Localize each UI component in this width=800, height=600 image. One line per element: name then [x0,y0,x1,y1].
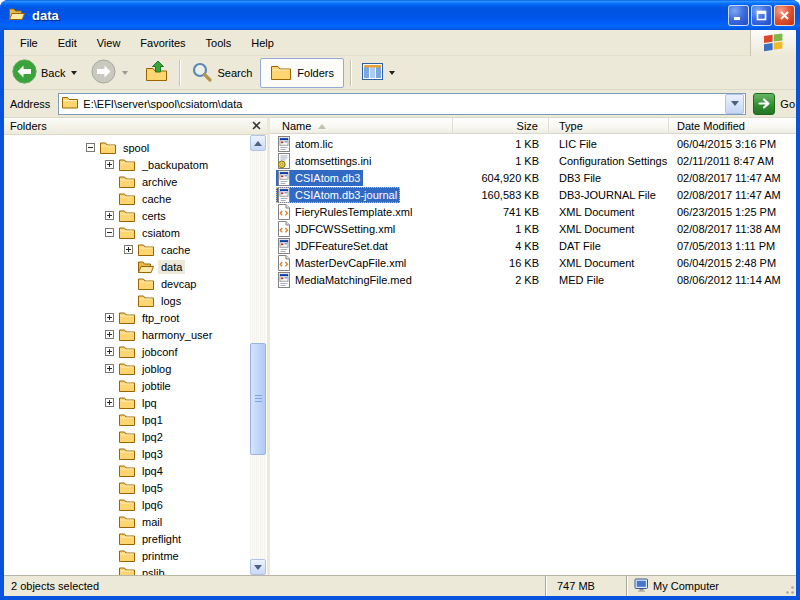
file-ini-icon [276,153,292,169]
tree-item-pslib[interactable]: pslib [4,564,250,575]
tree-item-printme[interactable]: printme [4,547,250,564]
up-button[interactable] [140,57,173,88]
expand-icon[interactable] [105,211,114,220]
tree-item-label: archive [139,175,180,189]
collapse-icon[interactable] [86,143,95,152]
forward-dropdown-icon[interactable] [122,71,128,75]
folders-pane-header: Folders [4,118,267,135]
menu-help[interactable]: Help [241,34,284,52]
tree-item-joblog[interactable]: joblog [4,360,250,377]
expand-icon[interactable] [105,313,114,322]
tree-item-label: lpq4 [139,464,166,478]
address-dropdown-button[interactable] [725,94,744,114]
file-row-MediaMatchingFile.med[interactable]: MediaMatchingFile.med2 KBMED File08/06/2… [270,271,796,288]
expand-icon[interactable] [124,245,133,254]
file-date-modified: 06/23/2015 1:25 PM [669,206,796,218]
tree-item-ftp_root[interactable]: ftp_root [4,309,250,326]
tree-item-lpq2[interactable]: lpq2 [4,428,250,445]
menu-tools[interactable]: Tools [196,34,242,52]
file-row-atomsettings.ini[interactable]: atomsettings.ini1 KBConfiguration Settin… [270,152,796,169]
tree-item-_backupatom[interactable]: _backupatom [4,156,250,173]
expand-icon[interactable] [105,347,114,356]
tree-item-jobtile[interactable]: jobtile [4,377,250,394]
menu-view[interactable]: View [87,34,131,52]
close-folders-icon[interactable] [252,120,261,132]
tree-scrollbar[interactable] [250,135,266,575]
tree-item-spool[interactable]: spool [4,139,250,156]
tree-item-data[interactable]: data [4,258,250,275]
column-header-name[interactable]: Name [270,118,453,134]
tree-item-certs[interactable]: certs [4,207,250,224]
tree-item-lpq4[interactable]: lpq4 [4,462,250,479]
tree-item-harmony_user[interactable]: harmony_user [4,326,250,343]
expand-icon[interactable] [105,330,114,339]
maximize-button[interactable] [751,5,772,26]
scrollbar-thumb[interactable] [250,343,266,455]
back-button[interactable]: Back [8,57,81,88]
file-row-FieryRulesTemplate.xml[interactable]: FieryRulesTemplate.xml741 KBXML Document… [270,203,796,220]
chevron-up-icon [254,141,262,146]
file-row-CSIAtom.db3[interactable]: CSIAtom.db3604,920 KBDB3 File02/08/2017 … [270,169,796,186]
go-label[interactable]: Go [780,98,795,110]
expander-spacer [105,483,114,492]
file-row-atom.lic[interactable]: atom.lic1 KBLIC File06/04/2015 3:16 PM [270,135,796,152]
file-row-CSIAtom.db3-journal[interactable]: CSIAtom.db3-journal160,583 KBDB3-JOURNAL… [270,186,796,203]
expand-icon[interactable] [105,160,114,169]
go-button[interactable] [753,93,775,115]
close-button[interactable] [774,5,795,26]
name-cell: JDFFeatureSet.dat [270,238,453,254]
column-header-type[interactable]: Type [549,118,669,134]
file-xml-icon [276,204,292,220]
forward-button[interactable] [87,57,132,88]
tree-item-mail[interactable]: mail [4,513,250,530]
name-cell: CSIAtom.db3-journal [270,187,453,203]
folder-open-icon [138,260,154,274]
views-dropdown-icon[interactable] [389,71,395,75]
size-status: 747 MB [545,576,626,596]
tree-item-label: jobtile [139,379,174,393]
tree-item-lpq[interactable]: lpq [4,394,250,411]
tree-item-lpq6[interactable]: lpq6 [4,496,250,513]
tree-item-preflight[interactable]: preflight [4,530,250,547]
scroll-up-button[interactable] [250,135,266,151]
up-folder-icon [144,59,169,86]
column-header-date-modified[interactable]: Date Modified [669,118,796,134]
search-button[interactable]: Search [187,59,256,87]
menu-file[interactable]: File [10,34,48,52]
back-dropdown-icon[interactable] [71,71,77,75]
menu-edit[interactable]: Edit [48,34,87,52]
minimize-button[interactable] [728,5,749,26]
file-type: DAT File [549,240,669,252]
expand-icon[interactable] [105,364,114,373]
tree-item-lpq1[interactable]: lpq1 [4,411,250,428]
resize-grip[interactable] [782,582,795,595]
folder-icon [138,294,154,308]
chevron-down-icon [731,101,739,106]
tree-item-logs[interactable]: logs [4,292,250,309]
tree-item-cache[interactable]: cache [4,190,250,207]
tree-item-devcap[interactable]: devcap [4,275,250,292]
tree-item-label: lpq2 [139,430,166,444]
collapse-icon[interactable] [105,228,114,237]
folders-toggle-button[interactable]: Folders [260,58,344,88]
file-row-JDFFeatureSet.dat[interactable]: JDFFeatureSet.dat4 KBDAT File07/05/2013 … [270,237,796,254]
tree-item-cache[interactable]: cache [4,241,250,258]
menu-favorites[interactable]: Favorites [130,34,195,52]
tree-item-archive[interactable]: archive [4,173,250,190]
file-date-modified: 02/08/2017 11:47 AM [669,189,796,201]
file-row-MasterDevCapFile.xml[interactable]: MasterDevCapFile.xml16 KBXML Document06/… [270,254,796,271]
tree-item-jobconf[interactable]: jobconf [4,343,250,360]
views-button[interactable] [358,61,399,84]
titlebar[interactable]: data [0,0,800,30]
name-cell: MasterDevCapFile.xml [270,255,453,271]
tree-item-lpq5[interactable]: lpq5 [4,479,250,496]
column-header-size[interactable]: Size [453,118,549,134]
file-row-JDFCWSSetting.xml[interactable]: JDFCWSSetting.xml1 KBXML Document02/08/2… [270,220,796,237]
tree-item-csiatom[interactable]: csiatom [4,224,250,241]
address-combo[interactable]: E:\EFI\server\spool\csiatom\data [58,93,746,115]
tree-item-label: printme [139,549,182,563]
scroll-down-button[interactable] [250,559,266,575]
tree-item-lpq3[interactable]: lpq3 [4,445,250,462]
address-input[interactable]: E:\EFI\server\spool\csiatom\data [78,98,725,110]
expand-icon[interactable] [105,398,114,407]
